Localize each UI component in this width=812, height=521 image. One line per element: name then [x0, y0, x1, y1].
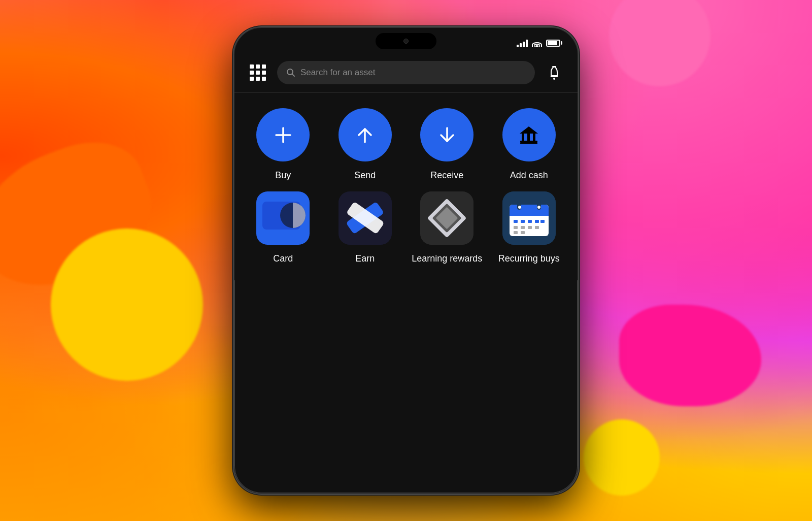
- receive-icon-circle: [420, 108, 473, 161]
- svg-rect-10: [533, 134, 535, 141]
- svg-rect-11: [520, 141, 537, 143]
- svg-rect-33: [528, 220, 532, 223]
- diamond-icon-svg: [420, 191, 473, 245]
- svg-rect-13: [520, 143, 537, 144]
- svg-rect-35: [540, 220, 545, 223]
- earn-action[interactable]: Earn: [327, 191, 404, 265]
- svg-rect-26: [510, 211, 549, 216]
- bg-blob-4: [609, 0, 710, 86]
- grid-dot: [250, 64, 254, 69]
- battery-tip: [561, 41, 562, 45]
- svg-rect-41: [521, 231, 525, 234]
- actions-grid: Buy Send: [245, 108, 567, 265]
- arrow-down-icon: [436, 124, 458, 146]
- svg-rect-8: [522, 134, 524, 141]
- learning-rewards-label: Learning rewards: [412, 253, 482, 265]
- plus-icon: [272, 124, 294, 146]
- power-button: [578, 140, 579, 185]
- volume-up-button: [233, 109, 234, 127]
- svg-point-2: [553, 78, 555, 80]
- svg-point-30: [537, 206, 540, 209]
- svg-rect-39: [535, 226, 539, 229]
- bg-blob-3: [619, 305, 761, 406]
- learning-rewards-icon: [420, 191, 473, 245]
- svg-rect-36: [514, 226, 518, 229]
- receive-label: Receive: [430, 170, 463, 181]
- grid-dot: [262, 71, 266, 75]
- phone-frame: Search for an asset Buy: [233, 27, 579, 494]
- svg-rect-34: [535, 220, 539, 223]
- svg-rect-31: [514, 220, 518, 223]
- menu-button[interactable]: [247, 61, 269, 84]
- learning-rewards-action[interactable]: Learning rewards: [409, 191, 486, 265]
- signal-bar-1: [517, 45, 519, 47]
- add-cash-action[interactable]: Add cash: [491, 108, 568, 181]
- send-label: Send: [354, 170, 376, 181]
- main-content: Buy Send: [234, 93, 578, 280]
- signal-bar-4: [526, 40, 528, 47]
- send-action[interactable]: Send: [327, 108, 404, 181]
- svg-rect-38: [528, 226, 532, 229]
- add-cash-label: Add cash: [510, 170, 548, 181]
- recurring-buys-action[interactable]: Recurring buys: [491, 191, 568, 265]
- grid-dot: [262, 64, 266, 69]
- camera-indicator: [403, 39, 409, 44]
- search-icon: [286, 68, 295, 77]
- card-icon-svg: [256, 191, 310, 245]
- signal-bar-3: [523, 42, 525, 47]
- svg-rect-9: [527, 134, 530, 141]
- buy-icon-circle: [256, 108, 310, 161]
- battery-fill: [548, 41, 557, 45]
- wifi-dot: [536, 46, 538, 47]
- earn-label: Earn: [355, 253, 375, 265]
- volume-down-button: [233, 137, 234, 170]
- recurring-buys-label: Recurring buys: [498, 253, 560, 265]
- calendar-icon-svg: [502, 191, 556, 245]
- search-bar[interactable]: Search for an asset: [277, 61, 535, 84]
- wifi-icon: [532, 39, 542, 47]
- buy-label: Buy: [275, 170, 291, 181]
- search-placeholder: Search for an asset: [300, 68, 375, 78]
- send-icon-circle: [339, 108, 392, 161]
- grid-dot: [250, 77, 254, 81]
- svg-rect-40: [514, 231, 518, 234]
- grid-dot: [250, 71, 254, 75]
- battery-icon: [546, 40, 562, 47]
- grid-icon: [250, 64, 266, 81]
- add-cash-icon-circle: [502, 108, 556, 161]
- bg-blob-2: [51, 229, 203, 381]
- receive-action[interactable]: Receive: [409, 108, 486, 181]
- bell-icon: [548, 66, 561, 80]
- bg-blob-5: [584, 419, 660, 496]
- buy-action[interactable]: Buy: [245, 108, 322, 181]
- grid-dot: [256, 77, 260, 81]
- recurring-buys-icon: [502, 191, 556, 245]
- svg-line-1: [292, 74, 295, 77]
- silent-switch: [233, 178, 234, 211]
- dynamic-island: [376, 33, 436, 49]
- bank-icon: [517, 124, 541, 146]
- status-indicators: [517, 39, 562, 47]
- battery-body: [546, 40, 560, 47]
- notification-button[interactable]: [543, 61, 565, 84]
- svg-marker-12: [520, 126, 538, 134]
- earn-icon-svg: [339, 191, 392, 245]
- svg-rect-32: [521, 220, 525, 223]
- svg-rect-37: [521, 226, 525, 229]
- grid-dot: [256, 71, 260, 75]
- earn-icon: [339, 191, 392, 245]
- signal-icon: [517, 39, 528, 47]
- svg-point-29: [518, 206, 521, 209]
- signal-bar-2: [520, 43, 522, 47]
- card-label: Card: [273, 253, 293, 265]
- grid-dot: [262, 77, 266, 81]
- grid-dot: [256, 64, 260, 69]
- status-bar: [234, 28, 578, 56]
- arrow-up-icon: [354, 124, 376, 146]
- card-action[interactable]: Card: [245, 191, 322, 265]
- card-icon: [256, 191, 310, 245]
- app-header: Search for an asset: [234, 56, 578, 93]
